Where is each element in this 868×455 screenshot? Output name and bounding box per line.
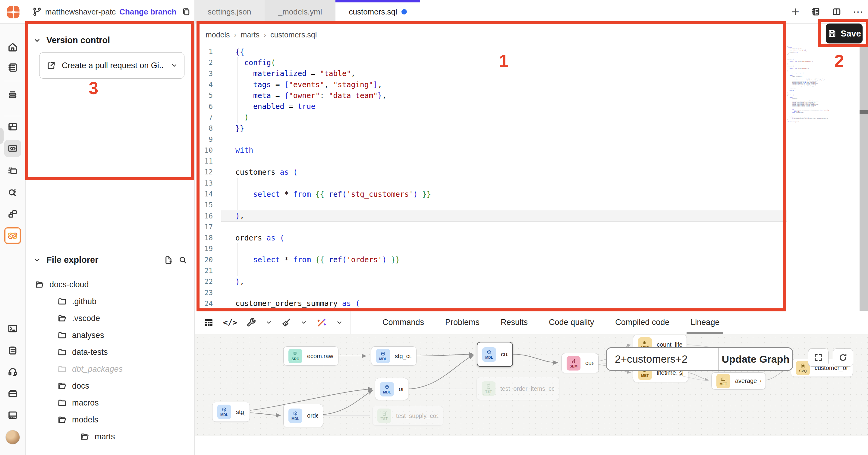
tree-item-.vscode[interactable]: .vscode	[26, 310, 194, 327]
rail-item-home[interactable]	[4, 39, 21, 56]
split-view-icon[interactable]	[832, 7, 841, 17]
code-line-2[interactable]: 2 config(	[195, 57, 786, 68]
code-line-4[interactable]: 4 tags = ["events", "staging"],	[195, 79, 786, 90]
lineage-node-test-order-items[interactable]: TSTtest_order_items_compute_to_bools_cor…	[476, 377, 559, 400]
branch-name[interactable]: matthewshaver-patc	[45, 7, 116, 17]
code-line-24[interactable]: 24customer_orders_summary as (	[195, 298, 786, 309]
bottom-tab-results[interactable]: Results	[490, 311, 538, 334]
code-line-8[interactable]: 8}}	[195, 123, 786, 134]
bottom-tab-compiled-code[interactable]: Compiled code	[604, 311, 680, 334]
bottom-tab-commands[interactable]: Commands	[372, 311, 435, 334]
tree-item-analyses[interactable]: analyses	[26, 327, 194, 344]
rail-item-inbox[interactable]	[4, 86, 21, 103]
lineage-node-order-items[interactable]: MDLorder_items	[283, 404, 323, 427]
tree-item-.github[interactable]: .github	[26, 293, 194, 310]
code-line-7[interactable]: 7 )	[195, 112, 786, 123]
rail-item-notebook[interactable]	[4, 59, 21, 76]
code-line-11[interactable]: 11	[195, 156, 786, 167]
rail-item-headset[interactable]	[4, 363, 21, 380]
code-line-5[interactable]: 5 meta = {"owner": "data-team"},	[195, 90, 786, 101]
change-branch-link[interactable]: Change branch	[119, 7, 176, 17]
lineage-node-stg-orders[interactable]: MDLstg_orders	[212, 402, 250, 422]
tab-customers.sql[interactable]: customers.sql	[336, 0, 420, 24]
create-pull-request-button[interactable]: Create a pull request on Gi...	[39, 52, 184, 79]
chevron-down-icon[interactable]	[33, 36, 41, 45]
code-lines[interactable]: 1{{2 config(3 materialized = "table",4 t…	[195, 46, 786, 309]
update-graph-button[interactable]: Update Graph	[719, 348, 792, 370]
code-line-18[interactable]: 18orders as (	[195, 232, 786, 243]
code-line-21[interactable]: 21	[195, 265, 786, 276]
code-line-23[interactable]: 23	[195, 287, 786, 298]
new-file-icon[interactable]	[164, 256, 173, 265]
wrench-icon[interactable]	[246, 317, 256, 328]
dbt-logo[interactable]	[5, 4, 21, 20]
rail-item-drawer[interactable]	[4, 385, 21, 402]
save-button[interactable]: Save	[826, 24, 863, 44]
lineage-selector-input[interactable]: 2+customers+2	[607, 348, 719, 370]
ellipsis-icon[interactable]: ⋯	[853, 6, 864, 18]
code-line-14[interactable]: 14 select * from {{ ref('stg_customers')…	[195, 189, 786, 199]
lineage-node-stg-customers[interactable]: MDLstg_customers	[371, 346, 416, 366]
lineage-node-customers-semantic[interactable]: SEMcustomers	[561, 353, 598, 373]
code-line-12[interactable]: 12customers as (	[195, 167, 786, 177]
copy-icon[interactable]	[182, 7, 191, 16]
search-icon[interactable]	[179, 256, 187, 265]
bottom-tab-problems[interactable]: Problems	[435, 311, 490, 334]
lineage-node-customers-model[interactable]: MDLcustomers	[477, 342, 513, 367]
chevron-down-icon[interactable]	[33, 256, 41, 264]
tab-_models.yml[interactable]: _models.yml	[265, 0, 336, 24]
chevron-down-icon[interactable]	[266, 319, 272, 326]
rail-item-code-editor[interactable]	[4, 140, 21, 157]
minimap[interactable]: {{ config( materialized = "table", tags …	[787, 46, 849, 239]
tree-item-docs-cloud[interactable]: docs-cloud	[26, 276, 194, 293]
code-line-13[interactable]: 13	[195, 178, 786, 189]
fullscreen-button[interactable]	[808, 348, 829, 367]
rail-item-layout[interactable]	[4, 118, 21, 135]
tree-item-data-tests[interactable]: data-tests	[26, 344, 194, 361]
tab-settings.json[interactable]: settings.json	[194, 0, 265, 24]
tree-item-docs[interactable]: docs	[26, 377, 194, 394]
notebook-icon[interactable]	[811, 7, 820, 17]
code-line-20[interactable]: 20 select * from {{ ref('orders') }}	[195, 254, 786, 265]
editor-scrollbar[interactable]	[860, 46, 868, 311]
lineage-canvas[interactable]: SRCecom.raw_customersMDLstg_customersMDL…	[195, 334, 868, 436]
magic-pen-icon[interactable]	[316, 317, 327, 328]
plus-icon[interactable]: +	[792, 5, 799, 19]
tree-item-models[interactable]: models	[26, 411, 194, 428]
lineage-node-average-order-value[interactable]: METaverage_order_value	[711, 372, 766, 390]
code-line-9[interactable]: 9	[195, 134, 786, 144]
code-line-22[interactable]: 22),	[195, 276, 786, 287]
bottom-tab-code-quality[interactable]: Code quality	[538, 311, 604, 334]
tree-item-marts[interactable]: marts	[26, 428, 194, 445]
code-line-1[interactable]: 1{{	[195, 46, 786, 57]
rail-item-clipboard[interactable]	[4, 342, 21, 359]
pr-dropdown-toggle[interactable]	[164, 53, 184, 79]
breadcrumb-item[interactable]: customers.sql	[270, 30, 317, 39]
chevron-down-icon[interactable]	[336, 319, 343, 326]
breadcrumb-item[interactable]: marts	[241, 30, 260, 39]
table-icon[interactable]	[203, 317, 214, 328]
code-line-3[interactable]: 3 materialized = "table",	[195, 68, 786, 79]
lineage-node-ecom-raw-customers[interactable]: SRCecom.raw_customers	[283, 346, 338, 366]
rail-item-dbt-atom[interactable]	[4, 227, 21, 244]
code-line-19[interactable]: 19	[195, 243, 786, 254]
rail-item-terminal[interactable]	[4, 320, 21, 337]
bottom-tab-lineage[interactable]: Lineage	[680, 311, 730, 334]
refresh-button[interactable]	[833, 348, 853, 367]
code-line-16[interactable]: 16),	[195, 210, 786, 221]
lineage-node-test-supply-costs[interactable]: TSTtest_supply_costs_sum_correctly	[372, 406, 443, 426]
code-line-17[interactable]: 17	[195, 222, 786, 232]
rail-item-storage[interactable]	[4, 407, 21, 424]
chevron-down-icon[interactable]	[301, 319, 307, 326]
rail-item-flow[interactable]	[4, 205, 21, 222]
rail-item-insights[interactable]	[4, 183, 21, 200]
lineage-node-orders-model[interactable]: MDLorders	[375, 378, 408, 400]
tree-item-macros[interactable]: macros	[26, 394, 194, 411]
code-icon[interactable]: </>	[223, 318, 237, 327]
tree-item-dbt_packages[interactable]: dbt_packages	[26, 361, 194, 377]
rail-item-frame-select[interactable]	[4, 162, 21, 179]
breadcrumb-item[interactable]: models	[206, 30, 230, 39]
code-line-10[interactable]: 10with	[195, 145, 786, 156]
code-line-15[interactable]: 15	[195, 199, 786, 210]
user-avatar[interactable]	[5, 430, 20, 445]
